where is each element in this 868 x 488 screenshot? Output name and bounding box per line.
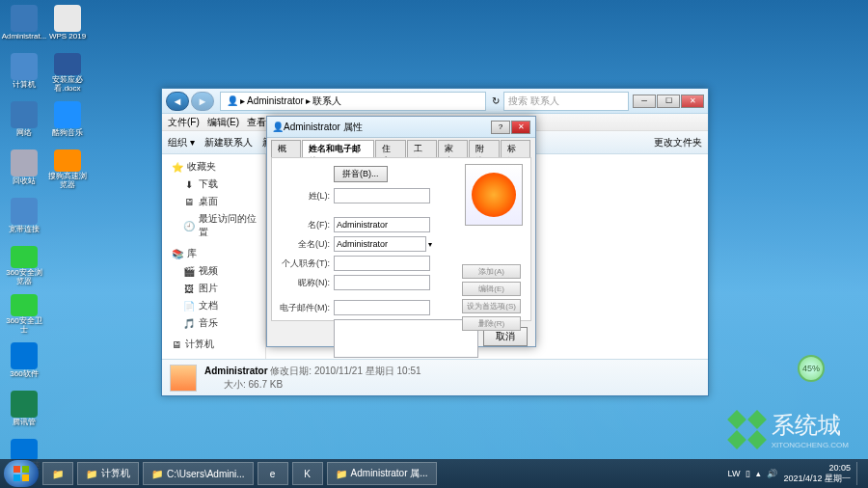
desktop-icon[interactable]: 宽带连接: [5, 198, 43, 238]
sidebar-item[interactable]: ⬇下载: [162, 176, 265, 193]
email-action-button[interactable]: 编辑(E): [462, 282, 521, 296]
menu-item[interactable]: 编辑(E): [207, 116, 239, 129]
sidebar-network[interactable]: 🌐 网络: [162, 357, 265, 359]
taskbar-task[interactable]: 📁Administrator 属...: [327, 462, 437, 485]
close-button[interactable]: ✕: [681, 95, 704, 108]
details-thumbnail: [170, 365, 197, 392]
tray-flag-icon[interactable]: ▯: [746, 469, 750, 478]
lastname-input[interactable]: [334, 188, 430, 203]
email-input[interactable]: [334, 300, 430, 315]
watermark-text: 系统城: [772, 410, 849, 441]
desktop: Administrat...WPS 2019计算机安装应必看.docx网络酷狗音…: [0, 0, 868, 488]
sidebar-item[interactable]: 🎬视频: [162, 262, 265, 280]
dialog-title: Administrator 属性: [284, 121, 491, 134]
toolbar-button[interactable]: 新建联系人: [204, 136, 253, 149]
maximize-button[interactable]: ☐: [657, 95, 680, 108]
lastname-label: 姓(L):: [280, 190, 330, 203]
nav-forward-button[interactable]: ►: [191, 92, 214, 111]
sidebar-item[interactable]: 🖥桌面: [162, 193, 265, 210]
email-action-button[interactable]: 设为首选项(S): [462, 299, 521, 313]
sidebar-computer[interactable]: 🖥 计算机: [162, 336, 265, 353]
desktop-icon[interactable]: Administrat...: [5, 5, 43, 45]
dialog-tabs: 概要姓名和电子邮件住宅工作家庭附注标识: [267, 138, 535, 157]
dialog-tab[interactable]: 标识: [501, 140, 530, 157]
start-button[interactable]: [4, 460, 39, 487]
search-placeholder: 搜索 联系人: [508, 95, 559, 108]
watermark-sub: XITONGCHENG.COM: [772, 441, 849, 449]
taskbar-task[interactable]: 📁C:\Users\Admini...: [143, 462, 254, 485]
search-input[interactable]: 搜索 联系人: [503, 92, 629, 111]
refresh-icon[interactable]: ↻: [492, 95, 500, 106]
desktop-icon[interactable]: 酷狗音乐: [48, 101, 87, 142]
svg-rect-3: [22, 474, 29, 481]
dialog-tab[interactable]: 工作: [407, 140, 437, 157]
desktop-icon[interactable]: 360软件: [5, 342, 43, 383]
pinyin-button[interactable]: 拼音(B)...: [334, 166, 388, 182]
tray-volume-icon[interactable]: 🔊: [767, 469, 777, 478]
desktop-icon[interactable]: 搜狗高速浏览器: [48, 149, 87, 190]
sidebar-libraries-head[interactable]: 📚 库: [162, 245, 265, 262]
email-action-button[interactable]: 删除(R): [462, 316, 521, 331]
sidebar-item[interactable]: 🎵音乐: [162, 314, 265, 332]
contact-icon: 👤: [272, 122, 284, 132]
dialog-titlebar[interactable]: 👤 Administrator 属性 ? ✕: [267, 117, 535, 138]
taskbar-task[interactable]: 📁计算机: [77, 462, 139, 485]
details-name: Administrator: [204, 366, 268, 376]
desktop-icon[interactable]: 腾讯管: [5, 391, 43, 431]
dialog-tab[interactable]: 姓名和电子邮件: [302, 140, 374, 157]
explorer-sidebar: ⭐ 收藏夹 ⬇下载🖥桌面🕘最近访问的位置 📚 库 🎬视频🖼图片📄文档🎵音乐 🖥 …: [162, 154, 266, 359]
desktop-icon[interactable]: 网络: [5, 101, 43, 142]
dialog-tab[interactable]: 附注: [469, 140, 499, 157]
desktop-icon[interactable]: 回收站: [5, 149, 43, 190]
firstname-label: 名(F):: [280, 219, 330, 231]
desktop-icon[interactable]: 计算机: [5, 53, 43, 94]
flower-icon: [472, 173, 516, 217]
show-desktop-button[interactable]: [856, 462, 864, 485]
dialog-tab[interactable]: 概要: [271, 140, 301, 157]
breadcrumb-seg[interactable]: 联系人: [312, 95, 341, 108]
desktop-icon[interactable]: 360安全卫士: [5, 294, 43, 335]
floating-percentage-widget[interactable]: 45%: [798, 355, 825, 382]
toolbar-right[interactable]: 更改文件夹: [654, 136, 702, 149]
taskbar: 📁📁计算机📁C:\Users\Admini...eK📁Administrator…: [0, 459, 868, 488]
taskbar-clock[interactable]: 20:05 2021/4/12 星期一: [783, 463, 851, 484]
tray-up-icon[interactable]: ▴: [756, 469, 761, 478]
properties-dialog: 👤 Administrator 属性 ? ✕ 概要姓名和电子邮件住宅工作家庭附注…: [266, 116, 536, 347]
desktop-icon[interactable]: WPS 2019: [48, 5, 87, 45]
breadcrumb-seg[interactable]: Administrator: [247, 95, 304, 106]
nav-back-button[interactable]: ◄: [166, 92, 189, 111]
sidebar-item[interactable]: 🕘最近访问的位置: [162, 210, 265, 241]
sidebar-favorites-head[interactable]: ⭐ 收藏夹: [162, 158, 265, 176]
svg-rect-1: [22, 466, 29, 473]
toolbar-button[interactable]: 组织 ▾: [168, 136, 195, 149]
desktop-icons-grid: Administrat...WPS 2019计算机安装应必看.docx网络酷狗音…: [5, 5, 87, 479]
explorer-titlebar[interactable]: ◄ ► 👤▸ Administrator▸ 联系人 ↻ 搜索 联系人 ─ ☐ ✕: [162, 89, 708, 114]
fullname-input[interactable]: [334, 236, 426, 252]
dialog-body: 拼音(B)... 姓(L): 名(F): 全名(U):▾ 个人职务(T): 昵称…: [271, 157, 531, 321]
breadcrumb[interactable]: 👤▸ Administrator▸ 联系人: [220, 92, 486, 111]
contact-picture[interactable]: [465, 164, 523, 226]
sidebar-item[interactable]: 🖼图片: [162, 280, 265, 297]
firstname-input[interactable]: [334, 217, 430, 232]
desktop-icon[interactable]: 安装应必看.docx: [48, 53, 87, 94]
dialog-tab[interactable]: 家庭: [438, 140, 468, 157]
dialog-help-button[interactable]: ?: [491, 121, 510, 134]
menu-item[interactable]: 文件(F): [168, 116, 200, 129]
tray-lang-icon[interactable]: LW: [728, 469, 741, 478]
minimize-button[interactable]: ─: [633, 95, 656, 108]
taskbar-pinned[interactable]: K: [292, 462, 323, 485]
dialog-close-button[interactable]: ✕: [511, 121, 530, 134]
dialog-tab[interactable]: 住宅: [375, 140, 405, 157]
fullname-label: 全名(U):: [280, 238, 330, 251]
nickname-input[interactable]: [334, 275, 430, 290]
email-label: 电子邮件(M):: [280, 302, 330, 314]
sidebar-item[interactable]: 📄文档: [162, 297, 265, 314]
system-tray[interactable]: LW ▯ ▴ 🔊 20:05 2021/4/12 星期一: [728, 462, 864, 485]
desktop-icon[interactable]: 360安全浏览器: [5, 246, 43, 286]
email-action-button[interactable]: 添加(A): [462, 264, 521, 279]
title-input[interactable]: [334, 256, 430, 271]
email-list[interactable]: [334, 319, 478, 358]
taskbar-pinned[interactable]: e: [258, 462, 288, 485]
details-pane: Administrator 修改日期: 2010/11/21 星期日 10:51…: [162, 359, 708, 395]
taskbar-pinned[interactable]: 📁: [42, 462, 73, 485]
